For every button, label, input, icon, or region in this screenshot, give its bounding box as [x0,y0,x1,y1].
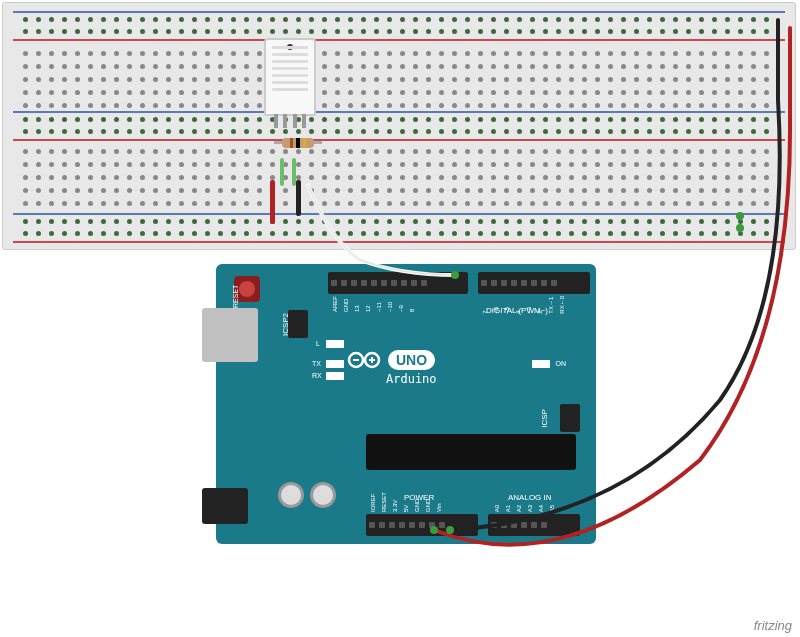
jumper-green [292,158,296,186]
led-l [326,340,344,348]
pullup-resistor [282,138,314,148]
infinity-logo-icon [346,350,382,370]
icsp2-label: ICSP2 [281,313,290,336]
uno-badge: UNO [388,350,435,370]
arduino-text: Arduino [386,372,437,386]
watermark: fritzing [754,618,792,633]
rail-red-top [13,39,785,41]
power-row [23,29,775,37]
power-row [23,219,775,227]
power-row [23,231,775,239]
rail-red-bot [13,241,785,243]
capacitors [278,482,336,508]
barrel-jack [202,488,248,524]
power-section-label: POWER [404,493,434,502]
sensor-grille [272,46,308,98]
power-row [23,117,775,125]
icsp2-header [288,310,308,338]
power-header [366,514,478,536]
atmega-chip [366,434,576,470]
jumper-red-vcc [270,180,275,224]
power-row [23,17,775,25]
digital-header-left [328,272,468,294]
led-rx-label: RX [312,372,322,379]
terminal-strip-bot [23,149,775,214]
sensor-pins [274,114,306,128]
jumper-green [280,158,284,186]
led-on-label: ON [556,360,567,367]
led-rx [326,372,344,380]
led-on [532,360,550,368]
usb-port [202,308,258,362]
icsp-header [560,404,580,432]
rail-blue-top [13,11,785,13]
digital-section-label: DIGITAL (PWM~) [486,306,548,315]
led-l-label: L [316,340,320,347]
breadboard [2,2,796,250]
analog-header [488,514,580,536]
led-tx [326,360,344,368]
dht22-sensor [264,38,316,116]
arduino-logo: UNO [346,350,435,370]
power-row [23,129,775,137]
terminal-strip-top [23,51,775,116]
digital-pin-labels-left: AREFGND1312~11~10~98 [332,296,415,312]
led-tx-label: TX [312,360,321,367]
analog-section-label: ANALOG IN [508,493,552,502]
analog-pin-labels: A0A1A2A3A4A5 [494,505,555,512]
arduino-uno-board: RESET AREFGND1312~11~10~98 7~6~54~32TX→1… [216,264,596,544]
rail-red-mid [13,139,785,141]
digital-header-right [478,272,590,294]
reset-label: RESET [232,285,239,308]
jumper-black-gnd [296,180,301,216]
icsp-label: ICSP [540,409,549,428]
